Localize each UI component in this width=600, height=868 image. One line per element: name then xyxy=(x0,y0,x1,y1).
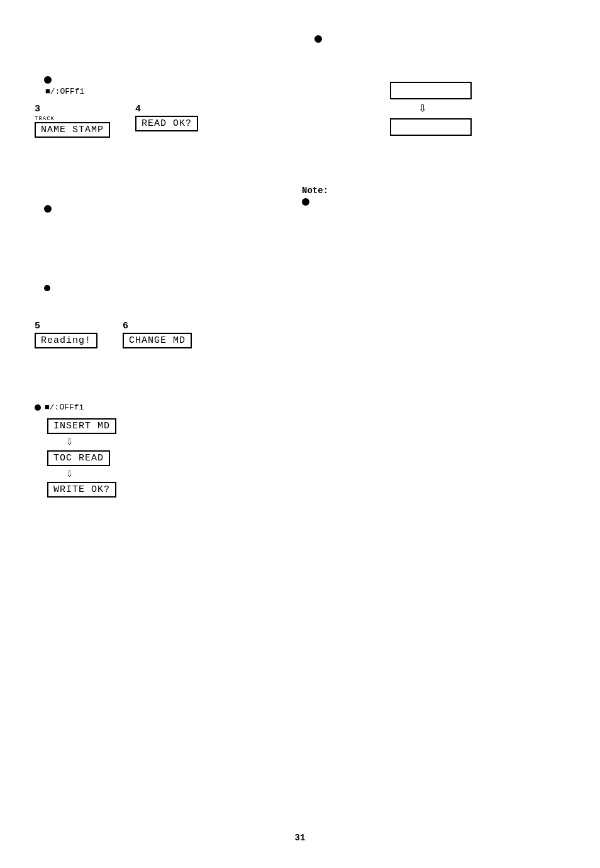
step-4-number: 4 xyxy=(135,104,141,114)
step-3-block: 3 TRACK NAME STAMP xyxy=(35,104,110,138)
track-label: TRACK xyxy=(35,116,110,122)
toc-read-box: TOC READ xyxy=(47,450,110,466)
step-4-block: 4 READ OK? xyxy=(135,104,198,131)
step-3-number: 3 xyxy=(35,104,40,114)
bottom-section: ■/:OFFfi INSERT MD ⇩ TOC READ ⇩ WRITE OK… xyxy=(35,403,116,498)
steps-3-4-area: 3 TRACK NAME STAMP 4 READ OK? xyxy=(35,104,198,138)
bullet-sm-icon xyxy=(44,285,50,291)
step-5-lcd: Reading! xyxy=(35,333,97,348)
step-6-lcd: CHANGE MD xyxy=(123,333,192,348)
steps-5-6-area: 5 Reading! 6 CHANGE MD xyxy=(35,321,192,348)
step-3-lcd: NAME STAMP xyxy=(35,122,110,138)
arrow-1-icon: ⇩ xyxy=(66,435,73,449)
page-number: 31 xyxy=(295,833,306,843)
md-flow: INSERT MD ⇩ TOC READ ⇩ WRITE OK? xyxy=(47,418,116,498)
bullet-icon xyxy=(44,76,52,84)
right-bottom-box xyxy=(390,118,472,136)
bullet-icon xyxy=(44,205,52,213)
arrow-2-icon: ⇩ xyxy=(66,467,73,481)
bottom-bullet-icon xyxy=(35,404,41,411)
step-4-lcd: READ OK? xyxy=(135,116,198,131)
note-bullet-icon xyxy=(302,198,309,206)
lower-bullet-left xyxy=(44,283,50,294)
top-center-bullet xyxy=(314,35,322,46)
step-5-number: 5 xyxy=(35,321,40,331)
step-6-number: 6 xyxy=(123,321,128,331)
bullet-icon xyxy=(314,35,322,43)
right-top-box xyxy=(390,82,472,99)
step-6-block: 6 CHANGE MD xyxy=(123,321,192,348)
off-label: ■/:OFFfi xyxy=(45,87,84,96)
bottom-off-label: ■/:OFFfi xyxy=(45,403,84,412)
right-arrow-icon: ⇩ xyxy=(418,102,426,116)
middle-bullet-left xyxy=(44,204,52,216)
step-5-block: 5 Reading! xyxy=(35,321,97,348)
right-boxes-top: ⇩ xyxy=(390,82,472,136)
top-left-area: ■/:OFFfi xyxy=(44,75,84,96)
insert-md-box: INSERT MD xyxy=(47,418,116,434)
note-label: Note: xyxy=(302,186,328,196)
write-ok-box: WRITE OK? xyxy=(47,482,116,498)
note-section: Note: xyxy=(302,186,328,209)
